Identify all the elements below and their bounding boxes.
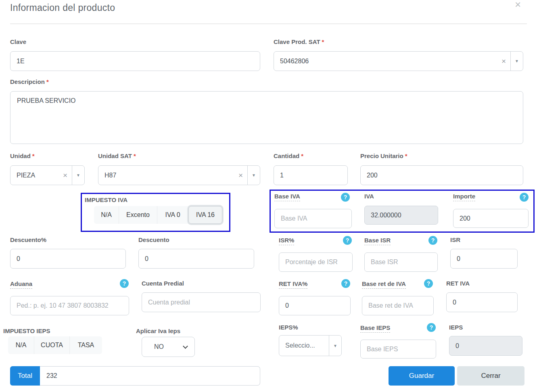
ieps-option-tasa[interactable]: TASA	[70, 336, 102, 354]
base-isr-input[interactable]	[364, 252, 438, 272]
clear-icon[interactable]: ×	[234, 166, 247, 185]
base-ieps-help-icon[interactable]: ?	[427, 323, 436, 332]
base-ieps-label: Base IEPS	[360, 324, 390, 331]
dropdown-arrow-icon[interactable]: ▼	[329, 336, 341, 356]
impuesto-ieps-segmented: N/A CUOTA TASA	[8, 336, 102, 354]
unidad-sat-combo[interactable]: H87 × ▼	[98, 165, 260, 185]
aduana-label: Aduana	[10, 280, 32, 287]
iva-option-na[interactable]: N/A	[94, 206, 119, 224]
ieps-pct-label: IEPS%	[279, 324, 298, 331]
ret-iva-pct-help-icon[interactable]: ?	[341, 279, 350, 288]
cantidad-label: Cantidad*	[274, 152, 303, 159]
base-isr-label: Base ISR	[364, 237, 391, 244]
iva-option-iva16[interactable]: IVA 16	[188, 206, 222, 224]
base-iva-help-icon[interactable]: ?	[341, 193, 350, 202]
importe-input[interactable]	[453, 209, 529, 228]
ret-iva-pct-input[interactable]	[279, 296, 351, 315]
ret-iva-input[interactable]	[446, 292, 518, 312]
total-group: Total	[10, 366, 260, 386]
impuesto-ieps-label: IMPUESTO IEPS	[3, 327, 50, 334]
aduana-help-icon[interactable]: ?	[120, 279, 129, 288]
descuento-label: Descuento	[138, 236, 169, 243]
isr-pct-input[interactable]	[279, 252, 353, 272]
dialog-title: Informacion del producto	[10, 2, 115, 13]
clave-prod-sat-value: 50462806	[274, 52, 497, 71]
clave-prod-sat-label: Clave Prod. SAT*	[274, 38, 324, 45]
dropdown-arrow-icon[interactable]: ▼	[72, 166, 84, 185]
unidad-sat-label: Unidad SAT*	[98, 152, 136, 159]
unidad-value: PIEZA	[10, 166, 59, 185]
chevron-down-icon	[183, 344, 188, 349]
impuesto-iva-segmented: N/A Excento IVA 0 IVA 16	[94, 206, 222, 224]
header-divider	[10, 23, 527, 24]
aduana-input[interactable]	[10, 296, 129, 315]
unidad-sat-value: H87	[98, 166, 234, 185]
clave-label: Clave	[10, 38, 26, 45]
isr-pct-help-icon[interactable]: ?	[343, 236, 352, 245]
impuesto-iva-label: IMPUESTO IVA	[85, 196, 127, 203]
iva-option-iva0[interactable]: IVA 0	[157, 206, 188, 224]
aplicar-iva-ieps-value: NO	[142, 343, 184, 350]
importe-help-icon[interactable]: ?	[520, 193, 529, 202]
base-ret-iva-label: Base ret de IVA	[362, 280, 406, 287]
cantidad-input[interactable]	[274, 165, 348, 185]
aplicar-iva-ieps-label: Aplicar Iva Ieps	[136, 327, 180, 334]
dropdown-arrow-icon[interactable]: ▼	[510, 52, 523, 71]
clave-input[interactable]	[10, 51, 260, 71]
guardar-button[interactable]: Guardar	[389, 366, 455, 386]
importe-label: Importe	[453, 193, 475, 200]
cerrar-button[interactable]: Cerrar	[457, 366, 524, 386]
iva-option-excento[interactable]: Excento	[119, 206, 157, 224]
dropdown-arrow-icon[interactable]: ▼	[247, 166, 260, 185]
unidad-combo[interactable]: PIEZA × ▼	[10, 165, 85, 185]
ieps-pct-value: Seleccio...	[279, 336, 329, 356]
total-badge: Total	[10, 366, 40, 386]
ieps-label: IEPS	[449, 324, 463, 331]
base-iva-input[interactable]	[274, 209, 352, 228]
isr-label: ISR	[450, 236, 460, 243]
iva-readonly-input	[364, 206, 438, 225]
descripcion-label: Descripcion*	[10, 78, 49, 85]
ieps-pct-select[interactable]: Seleccio... ▼	[279, 335, 342, 356]
isr-pct-label: ISR%	[279, 237, 294, 244]
close-icon[interactable]: ×	[515, 0, 521, 10]
cuenta-predial-input[interactable]	[142, 292, 261, 312]
iva-label: IVA	[364, 193, 374, 200]
ieps-option-na[interactable]: N/A	[8, 336, 34, 354]
ieps-readonly-input	[449, 336, 522, 356]
cuenta-predial-label: Cuenta Predial	[142, 280, 184, 287]
total-input[interactable]	[40, 366, 260, 386]
base-iva-label: Base IVA	[274, 193, 300, 200]
ret-iva-label: RET IVA	[446, 280, 470, 287]
aplicar-iva-ieps-select[interactable]: NO	[142, 337, 195, 357]
precio-unitario-input[interactable]	[360, 165, 523, 185]
base-isr-help-icon[interactable]: ?	[428, 236, 437, 245]
precio-unitario-label: Precio Unitario*	[360, 152, 407, 159]
ret-iva-pct-label: RET IVA%	[279, 280, 307, 287]
base-ret-iva-input[interactable]	[362, 296, 434, 315]
clear-icon[interactable]: ×	[59, 166, 72, 185]
descuento-pct-input[interactable]	[10, 249, 126, 269]
isr-input[interactable]	[450, 249, 518, 269]
descuento-input[interactable]	[138, 249, 254, 269]
descuento-pct-label: Descuento%	[10, 236, 46, 243]
clave-prod-sat-combo[interactable]: 50462806 × ▼	[274, 51, 523, 71]
product-info-dialog: Informacion del producto × Clave Clave P…	[0, 0, 537, 392]
descripcion-textarea[interactable]: PRUEBA SERVICIO	[10, 91, 523, 144]
unidad-label: Unidad*	[10, 152, 35, 159]
ieps-option-cuota[interactable]: CUOTA	[34, 336, 70, 354]
clear-icon[interactable]: ×	[497, 52, 510, 71]
base-ret-iva-help-icon[interactable]: ?	[424, 279, 433, 288]
base-ieps-input[interactable]	[360, 340, 436, 359]
